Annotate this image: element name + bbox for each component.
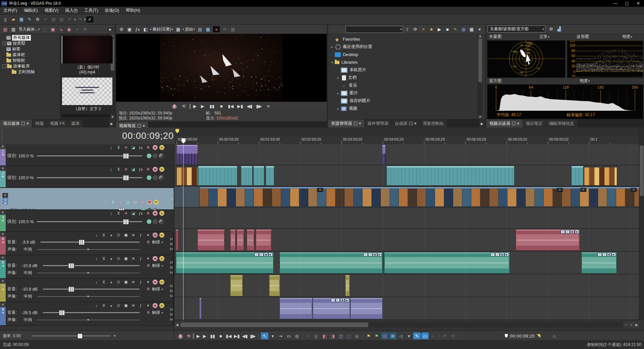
media-properties-icon[interactable]: ▣ — [49, 26, 57, 33]
playhead-line[interactable] — [183, 144, 183, 320]
explorer-scrollbar[interactable]: ▲ ▼ — [478, 34, 482, 119]
tab-scroll-icon[interactable]: ▶ — [109, 119, 115, 128]
playhead-marker[interactable] — [181, 138, 186, 144]
clip[interactable] — [176, 166, 198, 186]
bus-icon[interactable] — [159, 175, 164, 180]
clip[interactable] — [176, 145, 198, 164]
track-6-invert-phase-icon[interactable]: ▣ — [123, 256, 129, 261]
interactive-tutorials-icon[interactable]: ✔ — [86, 16, 94, 23]
trim-adjacent-icon[interactable]: ◫ — [345, 333, 353, 339]
paste-icon[interactable]: ▥ — [58, 16, 65, 23]
media-toolbar-more-icon[interactable]: ▶ — [107, 28, 113, 31]
track-lane-5[interactable]: ≡ƒ▣▶ — [174, 229, 639, 252]
track-6-volume-slider[interactable] — [43, 265, 140, 266]
automation-mode-dropdown[interactable]: 触摸 — [152, 310, 160, 315]
clip-badge-icon[interactable]: ▶ — [505, 253, 509, 256]
menu-options[interactable]: 选项(O) — [101, 7, 122, 14]
clip[interactable] — [256, 229, 272, 251]
clip[interactable] — [253, 166, 264, 186]
track-5-solo-icon[interactable]: S! — [159, 233, 164, 238]
track-7-record-arm-icon[interactable]: ● — [108, 280, 114, 285]
clip[interactable] — [266, 166, 274, 186]
timeline-time-display[interactable]: 00:00:09;20 — [0, 128, 177, 145]
clip-badge-icon[interactable]: ▣ — [373, 253, 377, 256]
record-preview-icon[interactable]: ● — [212, 26, 220, 33]
split-icon[interactable]: ◫ — [337, 333, 344, 339]
automation-mode-dropdown[interactable]: 触摸 — [152, 286, 160, 292]
split-trim-left-icon[interactable]: ◧ — [321, 333, 328, 339]
clip-badge-icon[interactable]: ▶ — [575, 230, 579, 234]
clip-badge-icon[interactable]: ƒ — [368, 253, 372, 256]
remove-media-icon[interactable]: × — [73, 26, 81, 33]
track-menu-icon[interactable]: ≡ — [0, 255, 6, 260]
track-header-8[interactable]: ≡8◀↕⊻●⊡▣≋ƒ▾MS!音量:-26.5 dB⚙触摸▾声像:中间▼18365… — [0, 302, 174, 326]
go-to-start-icon[interactable]: ▮◀ — [225, 333, 232, 339]
clip[interactable]: ≡≡≡≡ — [199, 187, 639, 207]
record-icon[interactable] — [171, 103, 178, 109]
track-8-track-fx-icon[interactable]: ƒ — [138, 303, 144, 308]
track-8-pan-type-icon[interactable]: ≋ — [130, 303, 136, 308]
pause-icon[interactable]: ▮▮ — [208, 103, 216, 109]
clip[interactable] — [230, 275, 243, 296]
capture-video-icon[interactable]: ↘ — [57, 26, 65, 33]
lock-event-icon[interactable]: ▣ — [353, 333, 361, 339]
explorer-item-音乐[interactable]: ♪音乐 — [328, 82, 485, 89]
menu-insert[interactable]: 插入(I) — [62, 7, 81, 14]
media-bin-item[interactable]: 智能柜 — [0, 58, 60, 63]
track-6-pan-type-icon[interactable]: ≋ — [130, 256, 136, 261]
go-to-end-icon[interactable]: ▶▮ — [236, 103, 244, 109]
insert-region-icon[interactable]: ⚑ — [373, 333, 380, 339]
track-6-track-expand-icon[interactable]: ↕ — [94, 256, 99, 261]
track-lane-6[interactable]: ≡ƒ▣▶≡ƒ▣▶≡ƒ▣▶≡ƒ▣▶ — [174, 252, 639, 275]
save-project-icon[interactable]: ▦ — [18, 16, 25, 23]
track-8-record-arm-icon[interactable]: ● — [108, 303, 114, 308]
clip-badge-icon[interactable]: ƒ — [495, 253, 499, 256]
media-bin-item[interactable]: 标签 — [0, 46, 60, 52]
play-from-start-icon[interactable]: ▏▶ — [190, 103, 197, 109]
automation-settings-icon[interactable]: ⚙ — [145, 310, 151, 315]
address-dropdown[interactable] — [345, 26, 403, 33]
track-5-record-arm-icon[interactable]: ● — [108, 233, 114, 238]
new-bin-icon[interactable]: ▧ — [2, 26, 9, 33]
track-7-solo-icon[interactable]: S! — [159, 280, 164, 285]
ignore-event-grouping-icon[interactable]: ▭ — [421, 333, 429, 339]
track-menu-icon[interactable]: ≡ — [0, 302, 6, 307]
histogram-mode-dropdown[interactable]: 明度▾ — [579, 78, 591, 84]
clip-badge-icon[interactable]: ≡ — [491, 253, 495, 256]
clip[interactable] — [386, 166, 515, 186]
clip-badge-icon[interactable]: ▶ — [612, 253, 616, 256]
explorer-item-保存的图片[interactable]: 保存的图片 — [328, 97, 485, 105]
track-header-6[interactable]: ≡6◀↕⊻●⊡▣≋ƒ▾MS!音量:-10.8 dB⚙触摸▾声像:中间▼18365… — [0, 255, 174, 279]
tab-float-icon[interactable] — [409, 122, 413, 125]
track-4-level-slider[interactable] — [37, 221, 142, 222]
clip-badge-icon[interactable]: ƒ — [566, 230, 570, 234]
back-icon[interactable]: ← — [330, 26, 337, 33]
track-1-track-fx-icon[interactable]: ƒx — [138, 145, 144, 150]
loop-playback-icon[interactable]: ⟲ — [185, 333, 192, 339]
track-4-track-minimize-icon[interactable]: ⊻ — [116, 211, 121, 216]
new-project-icon[interactable]: ▯ — [2, 16, 9, 23]
tab-插件管理器[interactable]: 插件管理器 — [365, 119, 392, 128]
clip[interactable] — [199, 298, 202, 319]
track-5-input-routing-icon[interactable]: ⊡ — [116, 233, 121, 238]
clip-badge-icon[interactable]: ≡ — [561, 230, 565, 234]
time-ruler[interactable]: 00:00:00;0000:00:59;2800:01:59;2800:02:5… — [174, 136, 639, 145]
up-one-level-icon[interactable]: ⇧ — [404, 26, 411, 33]
media-manager-icon[interactable]: ◍ — [460, 26, 467, 33]
media-bin-item[interactable]: 所有媒体 — [0, 35, 60, 41]
tab-转场[interactable]: 转场 — [32, 119, 47, 128]
normal-edit-tool-icon[interactable]: ↖ — [261, 333, 268, 339]
track-6-track-fx-icon[interactable]: ƒ — [138, 256, 144, 261]
zoom-edit-tool-icon[interactable]: ◎ — [293, 333, 301, 339]
track-5-mute-icon[interactable]: M — [153, 233, 158, 238]
tab-float-icon[interactable] — [138, 124, 141, 128]
track-lane-1[interactable] — [174, 144, 639, 165]
track-lane-3[interactable]: ≡≡≡≡ — [174, 187, 639, 208]
track-8-track-expand-icon[interactable]: ↕ — [94, 303, 99, 308]
track-2-compositing-mode-icon[interactable]: ◪ — [130, 167, 136, 172]
track-7-track-fx-icon[interactable]: ƒ — [138, 280, 144, 285]
track-8-volume-slider[interactable] — [43, 312, 140, 313]
clip[interactable] — [176, 229, 178, 251]
clip-badge-icon[interactable]: ƒ — [602, 253, 606, 256]
forward-icon[interactable]: → — [338, 26, 345, 33]
